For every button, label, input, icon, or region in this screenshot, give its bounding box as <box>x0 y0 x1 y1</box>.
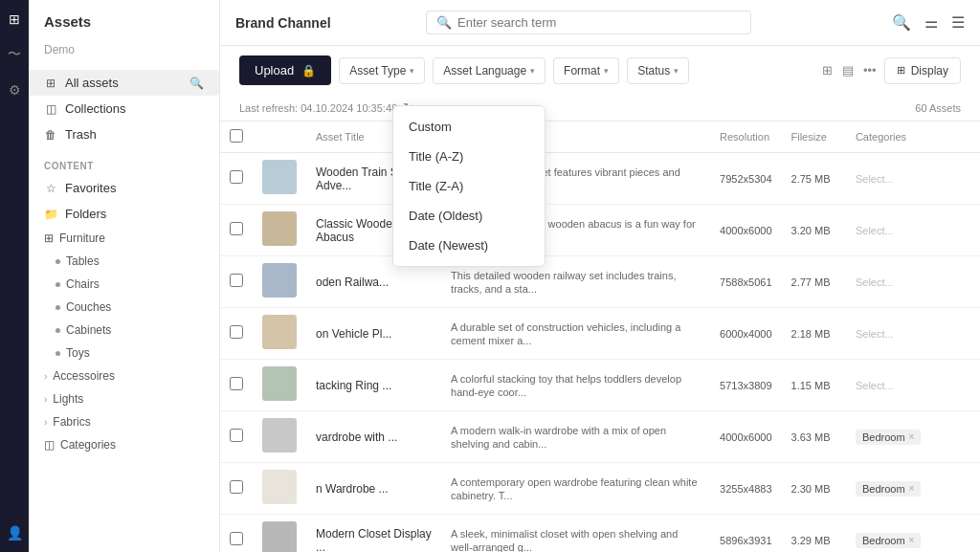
display-label: Display <box>911 64 948 77</box>
table-row: on Vehicle Pl... A durable set of constr… <box>220 308 980 360</box>
table-row: Wooden Train Set Adve... This wooden tra… <box>220 153 980 205</box>
nav-icon-user[interactable]: 👤 <box>7 525 23 541</box>
list-view-icon[interactable]: ▤ <box>842 63 854 77</box>
view-icons: ⊞ ▤ ••• <box>822 63 877 77</box>
furniture-icon: ⊞ <box>44 232 54 245</box>
nav-icon-analytics[interactable]: 〜 <box>8 46 21 63</box>
category-tag: Bedroom × <box>856 481 921 497</box>
format-chevron-icon: ▾ <box>604 66 609 76</box>
format-option-date-newest[interactable]: Date (Newest) <box>393 231 545 260</box>
sidebar-item-favorites[interactable]: ☆ Favorites <box>29 175 219 201</box>
remove-category-icon[interactable]: × <box>909 483 915 494</box>
more-options-icon[interactable]: ••• <box>863 63 877 77</box>
sidebar-chairs-label: Chairs <box>66 277 100 291</box>
sidebar-sub-toys[interactable]: Toys <box>29 342 219 364</box>
search-icon-topbar[interactable]: 🔍 <box>892 13 911 32</box>
asset-description: A modern walk-in wardrobe with a mix of … <box>451 425 666 450</box>
row-checkbox[interactable] <box>230 480 243 494</box>
asset-language-chevron-icon: ▾ <box>530 66 535 76</box>
sidebar-folders-label: Folders <box>65 207 106 221</box>
upload-button[interactable]: Upload 🔒 <box>239 55 331 85</box>
asset-title: on Vehicle Pl... <box>316 327 391 341</box>
table-row: n Wardrobe ... A contemporary open wardr… <box>220 463 980 515</box>
format-option-custom[interactable]: Custom <box>393 112 545 142</box>
sidebar-item-all-assets[interactable]: ⊞ All assets 🔍 <box>29 70 219 96</box>
col-header-filesize: Filesize <box>782 121 846 153</box>
row-checkbox[interactable] <box>230 532 243 545</box>
sidebar-sub-couches[interactable]: Couches <box>29 296 219 319</box>
sidebar-search-icon[interactable]: 🔍 <box>189 77 204 90</box>
dot-icon <box>56 259 60 264</box>
asset-filesize: 2.77 MB <box>791 276 831 288</box>
content-section-label: CONTENT <box>29 151 219 175</box>
sidebar-sub-chairs[interactable]: Chairs <box>29 273 219 296</box>
sidebar-item-trash[interactable]: 🗑 Trash <box>29 121 219 147</box>
row-checkbox[interactable] <box>230 325 243 339</box>
format-dropdown: Custom Title (A-Z) Title (Z-A) Date (Old… <box>392 105 546 267</box>
main-content: Brand Channel 🔍 🔍 ⚌ ☰ Upload 🔒 Asset Typ… <box>220 0 980 552</box>
grid-view-icon[interactable]: ⊞ <box>822 63 833 77</box>
category-tag: Bedroom × <box>856 430 921 445</box>
format-option-date-oldest[interactable]: Date (Oldest) <box>393 201 545 231</box>
asset-count: 60 Assets <box>915 102 961 114</box>
row-checkbox[interactable] <box>230 377 243 390</box>
sidebar-all-assets-label: All assets <box>65 76 119 90</box>
asset-language-label: Asset Language <box>443 64 526 77</box>
sidebar-sub-cabinets[interactable]: Cabinets <box>29 319 219 342</box>
asset-thumbnail <box>262 263 297 298</box>
table-row: oden Railwa... This detailed wooden rail… <box>220 256 980 308</box>
asset-resolution: 6000x4000 <box>720 328 771 340</box>
table-row: Modern Closet Display ... A sleek, minim… <box>220 515 980 553</box>
upload-label: Upload <box>255 63 294 77</box>
sidebar-item-folders[interactable]: 📁 Folders <box>29 201 219 227</box>
asset-thumbnail <box>262 418 297 453</box>
format-option-title-az[interactable]: Title (A-Z) <box>393 142 545 171</box>
search-icon: 🔍 <box>436 15 452 30</box>
sidebar-accessories-label: Accessoires <box>53 369 115 383</box>
sidebar-nav-section: ⊞ All assets 🔍 ◫ Collections 🗑 Trash <box>29 66 219 151</box>
sidebar-sub-tables[interactable]: Tables <box>29 250 219 273</box>
sidebar-item-categories[interactable]: ◫ Categories <box>29 433 219 456</box>
chevron-fabrics-icon: › <box>44 417 47 428</box>
chevron-accessories-icon: › <box>44 371 47 382</box>
sidebar-item-furniture[interactable]: ⊞ Furniture <box>29 227 219 250</box>
remove-category-icon[interactable]: × <box>909 431 915 442</box>
dot-icon-chairs <box>56 282 60 287</box>
row-checkbox[interactable] <box>230 274 243 287</box>
status-filter[interactable]: Status ▾ <box>627 57 689 84</box>
search-box[interactable]: 🔍 <box>426 11 751 34</box>
asset-resolution: 4000x6000 <box>720 225 771 236</box>
format-label: Format <box>564 64 600 77</box>
search-input[interactable] <box>457 15 741 30</box>
asset-resolution: 3255x4883 <box>720 483 771 495</box>
sidebar-toys-label: Toys <box>66 346 90 360</box>
sidebar-lights-label: Lights <box>53 392 83 406</box>
row-checkbox[interactable] <box>230 222 243 235</box>
sidebar-demo-label: Demo <box>29 39 219 66</box>
remove-category-icon[interactable]: × <box>909 535 915 545</box>
row-checkbox[interactable] <box>230 170 243 184</box>
filter-icon-topbar[interactable]: ⚌ <box>924 13 938 32</box>
asset-filesize: 1.15 MB <box>791 380 831 391</box>
format-option-title-za[interactable]: Title (Z-A) <box>393 171 545 201</box>
app-title: Brand Channel <box>235 15 331 31</box>
nav-icon-home[interactable]: ⊞ <box>9 11 20 27</box>
asset-table: Asset Title Short Description Resolution… <box>220 121 980 552</box>
format-filter[interactable]: Format ▾ <box>553 57 619 84</box>
sidebar-item-collections[interactable]: ◫ Collections <box>29 96 219 121</box>
sidebar-header: Assets <box>29 0 219 39</box>
category-placeholder: Select... <box>856 173 894 185</box>
menu-icon-topbar[interactable]: ☰ <box>951 13 965 32</box>
sidebar-item-accessories[interactable]: › Accessoires <box>29 364 219 387</box>
asset-type-filter[interactable]: Asset Type ▾ <box>339 57 425 84</box>
nav-icon-settings[interactable]: ⚙ <box>9 82 21 98</box>
asset-language-filter[interactable]: Asset Language ▾ <box>433 57 546 84</box>
display-button[interactable]: ⊞ Display <box>884 57 961 84</box>
asset-thumbnail <box>262 521 297 552</box>
sidebar-item-fabrics[interactable]: › Fabrics <box>29 410 219 433</box>
row-checkbox[interactable] <box>230 429 243 442</box>
sidebar-fabrics-label: Fabrics <box>53 415 90 429</box>
select-all-checkbox[interactable] <box>230 129 243 143</box>
sidebar-item-lights[interactable]: › Lights <box>29 387 219 410</box>
sidebar-favorites-label: Favorites <box>65 181 116 195</box>
